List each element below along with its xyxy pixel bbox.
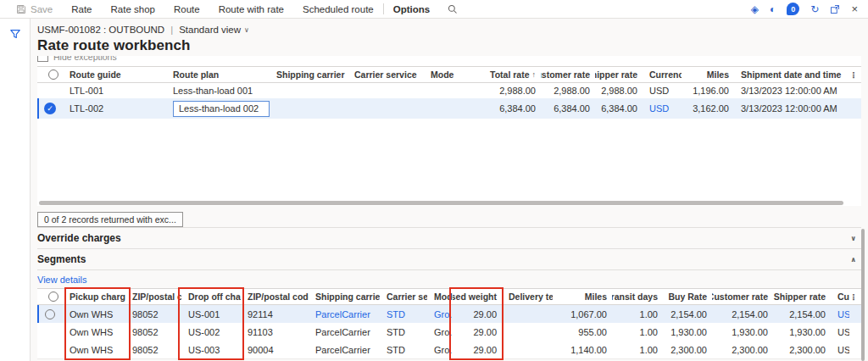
col-customer-rate[interactable]: Customer rate [712, 289, 773, 304]
page-title: Rate route workbench [37, 37, 861, 54]
table-row[interactable]: LTL-001 Less-than-load 001 2,988.00 2,98… [37, 83, 861, 98]
select-all-checkbox[interactable] [37, 67, 63, 82]
col-shipping-carrier[interactable]: Shipping carrier [309, 289, 380, 304]
col-shipper-rate[interactable]: Shipper rate [773, 289, 831, 304]
col-currency-truncated[interactable]: Cur [831, 289, 849, 304]
section-segments[interactable]: Segments ∧ [37, 248, 861, 269]
view-details-link[interactable]: View details [37, 275, 87, 285]
segments-grid-wrap: Pickup charges ZIP/postal code Drop off … [37, 288, 861, 359]
col-miles[interactable]: Miles [553, 289, 612, 304]
cell-pickup: Own WHS [63, 323, 125, 341]
close-icon[interactable]: × [851, 3, 858, 14]
col-zip-to[interactable]: ZIP/postal code [241, 289, 309, 304]
col-pickup-charges[interactable]: Pickup charges [63, 289, 125, 304]
cell-dropoff: US-003 [181, 341, 241, 358]
select-all-radio[interactable] [37, 289, 63, 304]
segment-row[interactable]: Own WHS 98052 US-003 90004 ParcelCarrier… [37, 341, 861, 358]
popout-icon[interactable] [830, 4, 840, 14]
segment-row-selected[interactable]: Own WHS 98052 US-001 92114 ParcelCarrier… [37, 305, 861, 323]
row-selected-check-icon[interactable]: ✓ [44, 103, 56, 114]
segments-grid: Pickup charges ZIP/postal code Drop off … [37, 288, 861, 359]
cell-used-weight: 29.00 [453, 341, 502, 358]
col-delivery-terms[interactable]: Delivery terms [502, 289, 553, 304]
more-options-icon[interactable]: ⋮ [849, 289, 861, 304]
col-transit-days[interactable]: Transit days [612, 289, 663, 304]
mode-link[interactable]: Gro.. [427, 305, 453, 323]
section-override-charges[interactable]: Override charges ∨ [37, 227, 861, 248]
cell-dropoff: US-001 [181, 305, 241, 323]
tab-rate[interactable]: Rate [62, 0, 101, 18]
hide-exceptions-checkbox[interactable] [37, 56, 48, 62]
col-shipper-rate[interactable]: Shipper rate [595, 67, 643, 82]
col-mode[interactable]: Mode [424, 67, 473, 82]
chevron-down-icon: ∨ [851, 235, 862, 242]
header-separator: | [170, 25, 173, 35]
contrast-icon[interactable]: ◐ [770, 4, 776, 14]
filter-pane-rail [0, 19, 31, 361]
col-used-weight[interactable]: Used weight [453, 289, 502, 304]
chevron-down-icon: ∨ [244, 26, 249, 34]
save-icon [16, 4, 26, 14]
col-total-rate[interactable]: Total rate ↑ [473, 67, 541, 82]
grid-empty-area [37, 119, 861, 199]
refresh-icon[interactable]: ↻ [810, 4, 819, 14]
tab-route-with-rate[interactable]: Route with rate [209, 0, 293, 18]
filter-icon[interactable] [8, 26, 23, 42]
cell-used-weight: 29.00 [453, 323, 502, 341]
col-buy-rate[interactable]: Buy Rate [663, 289, 712, 304]
chevron-up-icon: ∧ [851, 256, 862, 264]
col-mode[interactable]: Mode [427, 289, 453, 304]
col-customer-rate[interactable]: Customer rate [541, 67, 595, 82]
search-icon[interactable] [439, 0, 466, 18]
view-selector[interactable]: Standard view ∨ [179, 25, 249, 35]
more-options-icon[interactable]: ⋮ [849, 67, 861, 82]
hide-exceptions-label: Hide exceptions [53, 56, 117, 62]
cell-total-rate: 2,988.00 [473, 83, 541, 98]
content-area: USMF-001082 : OUTBOUND | Standard view ∨… [0, 19, 868, 361]
command-bar: Save Rate Rate shop Route Route with rat… [0, 0, 868, 19]
notifications-badge[interactable]: 0 [787, 3, 799, 15]
record-id: USMF-001082 : OUTBOUND [37, 25, 164, 35]
col-drop-off-charges[interactable]: Drop off charges [181, 289, 241, 304]
section-divider [37, 269, 861, 270]
cell-pickup: Own WHS [63, 305, 125, 323]
sort-ascending-icon: ↑ [532, 70, 537, 79]
row-radio[interactable] [45, 309, 55, 319]
col-miles[interactable]: Miles [682, 67, 734, 82]
cell-route-plan: Less-than-load 001 [166, 83, 270, 98]
carrier-service-link[interactable]: STD [380, 305, 427, 323]
routes-grid: Hide exceptions Route guide Route plan S… [37, 56, 861, 206]
cell-total-rate: 6,384.00 [473, 98, 541, 119]
horizontal-scrollbar[interactable] [37, 199, 861, 206]
tab-rate-shop[interactable]: Rate shop [102, 0, 164, 18]
records-summary-button[interactable]: 0 of 2 records returned with exc... [37, 212, 183, 227]
currency-link[interactable]: USD [831, 305, 849, 323]
currency-link[interactable]: USD [643, 98, 682, 119]
cell-used-weight: 29.00 [453, 305, 502, 323]
col-carrier-service[interactable]: Carrier service [348, 67, 424, 82]
tab-options[interactable]: Options [384, 0, 439, 18]
save-button[interactable]: Save [7, 0, 62, 18]
col-shipment-date[interactable]: Shipment date and time [734, 67, 849, 82]
route-plan-edit-field[interactable]: Less-than-load 002 [173, 101, 270, 117]
vertical-scrollbar[interactable] [861, 229, 865, 361]
col-zip-from[interactable]: ZIP/postal code [125, 289, 181, 304]
segment-row[interactable]: Own WHS 98052 US-002 91103 ParcelCarrier… [37, 323, 861, 341]
col-route-plan[interactable]: Route plan [166, 67, 270, 82]
page-header: USMF-001082 : OUTBOUND | Standard view ∨ [37, 25, 861, 35]
shipping-carrier-link[interactable]: ParcelCarrier [309, 305, 380, 323]
table-row-selected[interactable]: ✓ LTL-002 Less-than-load 002 6,384.00 6,… [37, 98, 861, 119]
col-shipping-carrier[interactable]: Shipping carrier [270, 67, 348, 82]
col-currency[interactable]: Currency [643, 67, 682, 82]
col-carrier-service[interactable]: Carrier service [380, 289, 427, 304]
override-charges-label: Override charges [37, 232, 121, 244]
hide-exceptions-row: Hide exceptions [37, 56, 861, 66]
task-recorder-icon[interactable]: ◈ [751, 4, 759, 14]
tab-scheduled-route[interactable]: Scheduled route [293, 0, 383, 18]
col-route-guide[interactable]: Route guide [63, 67, 166, 82]
cell-pickup: Own WHS [63, 341, 125, 358]
tab-route[interactable]: Route [164, 0, 209, 18]
main-panel: USMF-001082 : OUTBOUND | Standard view ∨… [31, 19, 868, 361]
cell-dropoff: US-002 [181, 323, 241, 341]
horizontal-scrollbar-thumb[interactable] [39, 201, 843, 205]
